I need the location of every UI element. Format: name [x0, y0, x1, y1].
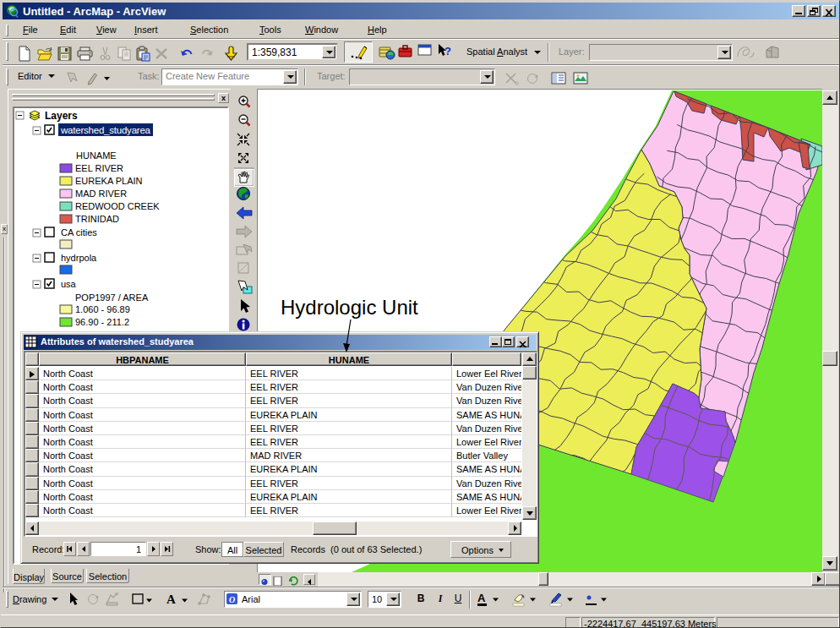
svg-text:CA cities: CA cities — [61, 227, 97, 238]
svg-text:?: ? — [445, 45, 451, 57]
svg-text:hydrpola: hydrpola — [61, 253, 97, 263]
svg-text:MAD RIVER: MAD RIVER — [75, 188, 127, 199]
svg-text:POP1997 / AREA: POP1997 / AREA — [75, 292, 149, 303]
svg-text:96.90 - 211.2: 96.90 - 211.2 — [75, 317, 129, 327]
svg-text:EEL RIVER: EEL RIVER — [75, 163, 123, 173]
svg-text:REDWOOD CREEK: REDWOOD CREEK — [75, 201, 160, 211]
svg-text:EUREKA PLAIN: EUREKA PLAIN — [75, 176, 143, 186]
svg-text:A: A — [166, 593, 176, 606]
svg-text:O: O — [229, 595, 235, 604]
svg-text:watershed_studyarea: watershed_studyarea — [60, 125, 151, 135]
svg-text:1.060 - 96.89: 1.060 - 96.89 — [75, 304, 130, 314]
svg-text:Layers: Layers — [45, 110, 78, 122]
svg-text:A: A — [477, 592, 486, 604]
svg-text:usa: usa — [61, 279, 77, 289]
svg-text:TRINIDAD: TRINIDAD — [75, 214, 119, 224]
svg-text:HUNAME: HUNAME — [76, 150, 117, 161]
